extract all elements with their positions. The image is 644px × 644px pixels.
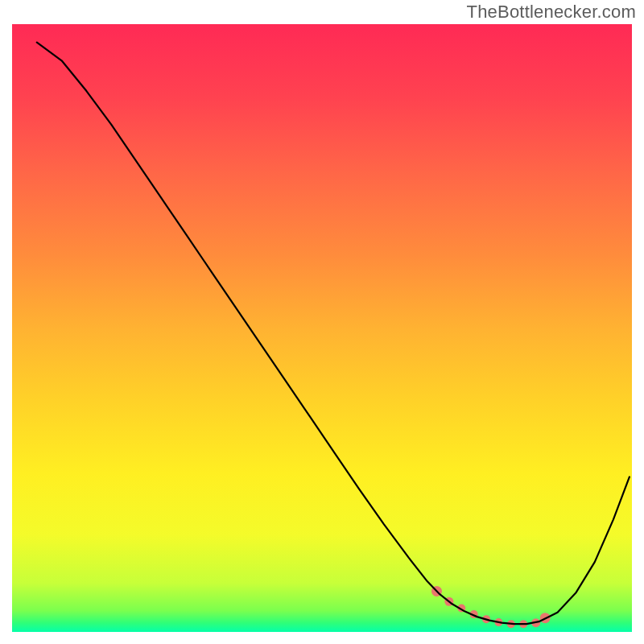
bottleneck-curve-chart (0, 0, 644, 644)
chart-stage: TheBottlenecker.com (0, 0, 644, 644)
watermark-label: TheBottlenecker.com (467, 2, 636, 23)
